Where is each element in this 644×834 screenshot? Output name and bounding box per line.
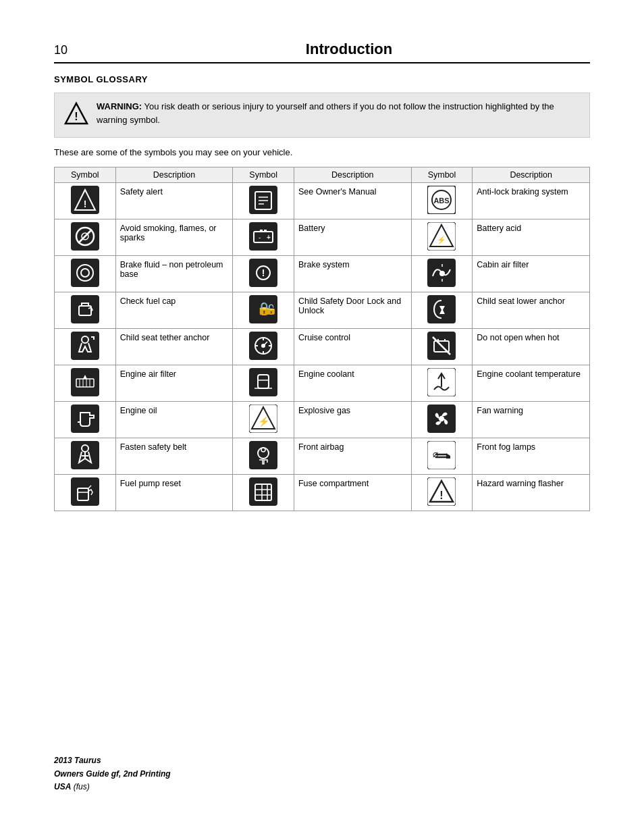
svg-rect-19 — [260, 230, 263, 232]
svg-rect-20 — [264, 230, 267, 232]
description-cell: Hazard warning flasher — [473, 475, 590, 511]
description-cell: Fuel pump reset — [115, 475, 233, 511]
engine-coolant-icon — [233, 365, 294, 402]
description-cell: Battery — [294, 219, 411, 256]
engine-air-filter-icon — [55, 365, 116, 402]
col-header-desc1: Description — [115, 167, 233, 183]
svg-text:-: - — [259, 234, 261, 241]
description-cell: Fuse compartment — [294, 475, 411, 511]
hazard-warning-icon: ! — [411, 475, 473, 511]
col-header-desc3: Description — [473, 167, 590, 183]
description-cell: Explosive gas — [294, 402, 411, 438]
abs-icon: ABS — [411, 183, 473, 219]
description-cell: Child Safety Door Lock and Unlock — [294, 292, 411, 329]
description-cell: Brake system — [294, 256, 411, 292]
check-fuel-cap-icon — [55, 292, 116, 329]
footer-line3: USA — [54, 782, 71, 791]
svg-rect-75 — [249, 477, 277, 506]
description-cell: Front fog lamps — [473, 438, 590, 475]
table-row: !Safety alertSee Owner's ManualABSAnti-l… — [55, 183, 590, 219]
page-number: 10 — [54, 43, 108, 57]
table-row: Engine air filterEngine coolantEngine co… — [55, 365, 590, 402]
fuel-pump-reset-icon — [55, 475, 116, 511]
cruise-control-icon — [233, 329, 294, 365]
child-seat-tether-icon — [55, 329, 116, 365]
svg-rect-56 — [249, 368, 277, 396]
fasten-seatbelt-icon — [55, 438, 116, 475]
description-cell: Avoid smoking, flames, or sparks — [115, 219, 233, 256]
child-seat-lower-anchor-icon — [411, 292, 473, 329]
svg-text:⚡: ⚡ — [258, 416, 270, 427]
description-cell: Brake fluid – non petroleum base — [115, 256, 233, 292]
svg-point-64 — [439, 416, 444, 421]
explosive-gas-icon: ⚡ — [233, 402, 294, 438]
description-cell: Engine air filter — [115, 365, 233, 402]
svg-text:+: + — [267, 234, 271, 241]
do-not-open-hot-icon — [411, 329, 473, 365]
svg-rect-36 — [71, 295, 99, 323]
description-cell: Engine coolant — [294, 365, 411, 402]
footer-line2: Owners Guide gf, 2nd Printing — [54, 769, 171, 779]
col-header-desc2: Description — [294, 167, 411, 183]
svg-text:🔓: 🔓 — [265, 304, 277, 315]
fuse-compartment-icon — [233, 475, 294, 511]
svg-text:!: ! — [440, 490, 444, 501]
footer: 2013 Taurus Owners Guide gf, 2nd Printin… — [54, 754, 171, 793]
fan-warning-icon — [411, 402, 473, 438]
front-fog-lamps-icon: ⌀ — [411, 438, 473, 475]
col-header-sym1: Symbol — [55, 167, 116, 183]
safety-alert-icon: ! — [55, 183, 116, 219]
svg-point-33 — [439, 271, 445, 276]
brake-system-icon: ! — [233, 256, 294, 292]
owners-manual-icon — [233, 183, 294, 219]
svg-text:!: ! — [83, 199, 86, 209]
footer-line3-italic: (fus) — [71, 782, 89, 791]
battery-icon: -+ — [233, 219, 294, 256]
table-row: Fuel pump resetFuse compartment!Hazard w… — [55, 475, 590, 511]
description-cell: Child seat tether anchor — [115, 329, 233, 365]
section-heading: SYMBOL GLOSSARY — [54, 74, 590, 84]
warning-content: WARNING: You risk death or serious injur… — [97, 100, 580, 126]
child-safety-door-icon: 🔒🔓 — [233, 292, 294, 329]
table-row: Check fuel cap🔒🔓Child Safety Door Lock a… — [55, 292, 590, 329]
brake-fluid-icon — [55, 256, 116, 292]
svg-rect-26 — [71, 259, 99, 287]
svg-text:ABS: ABS — [434, 197, 450, 205]
engine-oil-icon — [55, 402, 116, 438]
description-cell: Fan warning — [473, 402, 590, 438]
svg-text:!: ! — [262, 267, 265, 278]
description-cell: Engine oil — [115, 402, 233, 438]
warning-box: ! WARNING: You risk death or serious inj… — [54, 93, 590, 138]
symbol-table: Symbol Description Symbol Description Sy… — [54, 167, 590, 511]
svg-text:⚡: ⚡ — [437, 235, 446, 244]
col-header-sym2: Symbol — [233, 167, 294, 183]
description-cell: Check fuel cap — [115, 292, 233, 329]
svg-rect-50 — [71, 368, 99, 396]
svg-rect-67 — [249, 441, 277, 469]
front-airbag-icon — [233, 438, 294, 475]
page-title: Introduction — [108, 41, 590, 58]
table-row: Child seat tether anchorCruise controlDo… — [55, 329, 590, 365]
description-cell: Child seat lower anchor — [473, 292, 590, 329]
description-cell: Engine coolant temperature — [473, 365, 590, 402]
warning-label: WARNING: — [97, 101, 142, 111]
table-header-row: Symbol Description Symbol Description Sy… — [55, 167, 590, 183]
description-cell: Do not open when hot — [473, 329, 590, 365]
description-cell: Fasten safety belt — [115, 438, 233, 475]
description-cell: Anti-lock braking system — [473, 183, 590, 219]
cabin-air-icon — [411, 256, 473, 292]
svg-rect-59 — [71, 405, 99, 433]
intro-text: These are some of the symbols you may se… — [54, 147, 590, 157]
description-cell: Cabin air filter — [473, 256, 590, 292]
table-row: Fasten safety beltFront airbag⌀Front fog… — [55, 438, 590, 475]
battery-acid-icon: ⚡ — [411, 219, 473, 256]
table-row: Avoid smoking, flames, or sparks-+Batter… — [55, 219, 590, 256]
footer-line1: 2013 Taurus — [54, 756, 101, 765]
warning-body: You risk death or serious injury to your… — [97, 101, 554, 125]
footer-text: 2013 Taurus Owners Guide gf, 2nd Printin… — [54, 754, 171, 793]
svg-text:⌀: ⌀ — [433, 448, 438, 459]
svg-rect-72 — [71, 477, 99, 506]
col-header-sym3: Symbol — [411, 167, 473, 183]
svg-text:!: ! — [74, 111, 78, 122]
no-smoking-icon — [55, 219, 116, 256]
